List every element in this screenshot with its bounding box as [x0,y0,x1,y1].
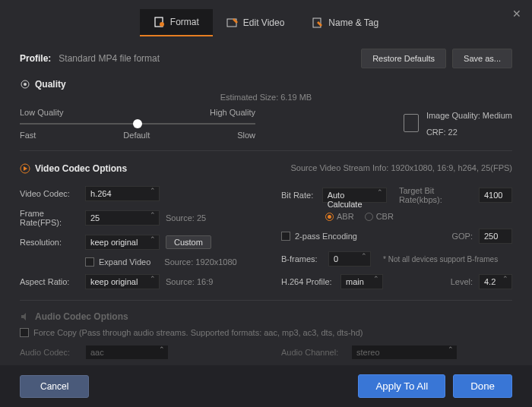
default-label: Default [123,131,150,140]
tab-label: Edit Video [243,17,285,28]
save-as-button[interactable]: Save as... [452,49,512,68]
expand-video-checkbox[interactable]: Expand Video [85,257,150,267]
close-icon[interactable]: ✕ [512,8,521,20]
h264-profile-select[interactable]: main [340,274,383,289]
target-bitrate-label: Target Bit Rate(kbps): [399,186,473,204]
done-button[interactable]: Done [453,374,512,398]
gop-label: GOP: [451,232,473,241]
svg-point-5 [24,83,27,86]
bframes-note: * Not all devices support B-frames [383,255,498,263]
estimated-size: Estimated Size: 6.19 MB [20,93,512,102]
profile-label: Profile: [20,53,51,64]
audio-codec-select[interactable]: aac [85,345,169,360]
h264-profile-label: H.264 Profile: [281,277,334,286]
abr-radio[interactable]: ABR [325,212,354,221]
edit-icon [226,17,239,29]
quality-slider[interactable] [20,123,255,125]
audio-channel-label: Audio Channel: [281,348,345,357]
tab-label: Format [170,17,199,27]
gop-input[interactable] [479,229,512,244]
play-icon [20,163,30,174]
format-icon [154,16,166,28]
restore-defaults-button[interactable]: Restore Defaults [361,49,446,68]
video-codec-label: Video Codec: [20,189,79,198]
svg-point-1 [160,22,164,27]
tag-icon [312,17,324,29]
bframes-select[interactable]: 0 [328,251,371,267]
force-copy-checkbox[interactable]: Force Copy (Pass through audio streams. … [20,328,512,337]
cancel-button[interactable]: Cancel [20,375,89,398]
custom-resolution-button[interactable]: Custom [166,235,211,249]
aspect-source: Source: 16:9 [166,277,213,286]
apply-to-all-button[interactable]: Apply To All [358,374,445,398]
cbr-radio[interactable]: CBR [365,212,394,221]
tab-edit-video[interactable]: Edit Video [213,9,299,36]
footer: Cancel Apply To All Done [0,365,532,407]
bframes-label: B-frames: [281,254,322,263]
document-icon [404,114,419,132]
tab-name-tag[interactable]: Name & Tag [298,9,392,36]
video-codec-section-header: Video Codec Options [20,163,127,174]
tab-bar: Format Edit Video Name & Tag [0,0,532,36]
fast-label: Fast [20,131,36,140]
crf-text: CRF: 22 [426,128,512,137]
image-quality-text: Image Quality: Medium [426,111,512,120]
quality-section-header: Quality [20,79,512,90]
fps-source: Source: 25 [166,213,206,222]
resolution-label: Resolution: [20,238,79,247]
bitrate-label: Bit Rate: [281,191,316,200]
resolution-source: Source: 1920x1080 [164,257,236,267]
two-pass-checkbox[interactable]: 2-pass Encoding [281,232,357,241]
tab-label: Name & Tag [328,17,378,28]
aspect-label: Aspect Ratio: [20,277,79,286]
level-label: Level: [451,277,473,286]
aspect-select[interactable]: keep original [85,274,160,289]
resolution-select[interactable]: keep original [85,235,160,250]
profile-value: Standard MP4 file format [59,53,160,64]
tab-format[interactable]: Format [140,9,213,36]
level-select[interactable]: 4.2 [479,274,512,289]
audio-codec-section-header: Audio Codec Options [20,311,512,322]
target-bitrate-input[interactable] [479,188,512,203]
gear-icon [20,79,30,90]
stream-info: Source Video Stream Info: 1920x1080, 16:… [291,163,512,172]
slider-thumb[interactable] [133,119,142,128]
audio-channel-select[interactable]: stereo [351,345,458,360]
slow-label: Slow [237,131,255,140]
low-quality-label: Low Quality [20,108,63,117]
fps-label: Frame Rate(FPS): [20,209,79,227]
fps-select[interactable]: 25 [85,210,160,226]
high-quality-label: High Quality [210,108,255,117]
speaker-icon [20,311,30,322]
video-codec-select[interactable]: h.264 [85,186,160,201]
bitrate-select[interactable]: Auto Calculate [322,188,387,203]
audio-codec-label: Audio Codec: [20,348,79,357]
